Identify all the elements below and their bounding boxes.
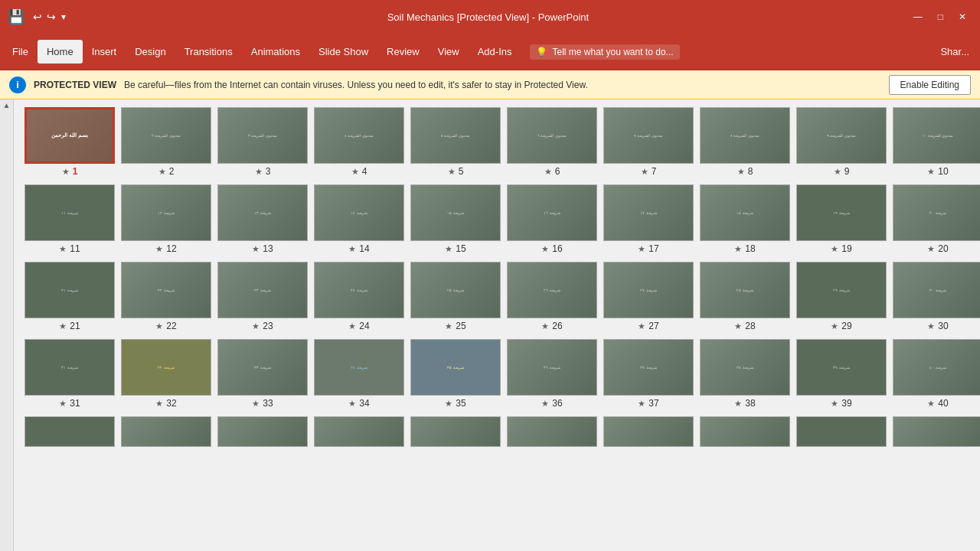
slide-thumb-6[interactable]: محتوى الشريحة ٦ <box>507 107 597 164</box>
slide-item-4[interactable]: محتوى الشريحة ٤ ★ 4 <box>314 107 404 177</box>
close-button[interactable]: ✕ <box>952 10 972 24</box>
slide-thumb-12[interactable]: شريحة ١٢ <box>121 184 211 241</box>
slide-item-48[interactable] <box>700 416 790 447</box>
slide-item-36[interactable]: شريحة ٣٦ ★36 <box>507 339 597 409</box>
scroll-up-arrow[interactable]: ▲ <box>3 101 11 109</box>
slide-thumb-7[interactable]: محتوى الشريحة ٧ <box>603 107 694 164</box>
slide-thumb-13[interactable]: شريحة ١٣ <box>217 184 308 241</box>
slide-item-38[interactable]: شريحة ٣٨ ★38 <box>700 339 790 409</box>
slide-item-17[interactable]: شريحة ١٧ ★17 <box>603 184 694 254</box>
slide-thumb-20[interactable]: شريحة ٢٠ <box>893 184 980 241</box>
slide-row-1: محتوى الشريحة ١٠ ★ 10 محتوى الشريحة ٩ ★ … <box>24 107 972 177</box>
slide-item-11[interactable]: شريحة ١١ ★11 <box>24 184 115 254</box>
enable-editing-button[interactable]: Enable Editing <box>889 75 971 95</box>
slide-thumb-14[interactable]: شريحة ١٤ <box>314 184 404 241</box>
slide-item-26[interactable]: شريحة ٢٦ ★26 <box>507 262 597 331</box>
slide-item-14[interactable]: شريحة ١٤ ★14 <box>314 184 404 254</box>
slide-item-21[interactable]: شريحة ٢١ ★21 <box>24 262 115 331</box>
slide-item-37[interactable]: شريحة ٣٧ ★37 <box>603 339 694 409</box>
slide-item-12[interactable]: شريحة ١٢ ★12 <box>121 184 211 254</box>
slide-item-44[interactable] <box>314 416 404 447</box>
undo-icon[interactable]: ↩ <box>33 11 42 23</box>
slide-item-49[interactable] <box>796 416 887 447</box>
tab-transitions[interactable]: Transitions <box>175 40 242 64</box>
slide-item-39[interactable]: شريحة ٣٩ ★39 <box>796 339 887 409</box>
slide-item-32[interactable]: شريحة ٣٢ ★32 <box>121 339 211 409</box>
slide-row-2: شريحة ٢٠ ★20 شريحة ١٩ ★19 شريحة ١٨ ★18 ش… <box>24 184 972 254</box>
slide-item-41[interactable] <box>24 416 115 447</box>
slide-item-5[interactable]: محتوى الشريحة ٥ ★ 5 <box>410 107 501 177</box>
tab-addins[interactable]: Add-Ins <box>469 40 521 64</box>
slide-thumb-10[interactable]: محتوى الشريحة ١٠ <box>893 107 980 164</box>
slide-item-7[interactable]: محتوى الشريحة ٧ ★ 7 <box>603 107 694 177</box>
slide-item-34[interactable]: شريحة ٣٤ ★34 <box>314 339 404 409</box>
slide-item-43[interactable] <box>217 416 308 447</box>
slide-item-9[interactable]: محتوى الشريحة ٩ ★ 9 <box>796 107 887 177</box>
slide-item-16[interactable]: شريحة ١٦ ★16 <box>507 184 597 254</box>
slide-grid-container[interactable]: محتوى الشريحة ١٠ ★ 10 محتوى الشريحة ٩ ★ … <box>14 99 980 551</box>
slide-item-2[interactable]: محتوى الشريحة ٢ ★ 2 <box>121 107 211 177</box>
slide-item-8[interactable]: محتوى الشريحة ٨ ★ 8 <box>700 107 790 177</box>
slide-item-3[interactable]: محتوى الشريحة ٣ ★ 3 <box>217 107 308 177</box>
slide-star-2: ★ <box>158 167 166 177</box>
slide-thumb-11[interactable]: شريحة ١١ <box>24 184 115 241</box>
tab-slideshow[interactable]: Slide Show <box>309 40 377 64</box>
slide-thumb-3[interactable]: محتوى الشريحة ٣ <box>217 107 308 164</box>
slide-item-27[interactable]: شريحة ٢٧ ★27 <box>603 262 694 331</box>
slide-thumb-2[interactable]: محتوى الشريحة ٢ <box>121 107 211 164</box>
slide-item-45[interactable] <box>410 416 501 447</box>
slide-item-15[interactable]: شريحة ١٥ ★15 <box>410 184 501 254</box>
slide-item-46[interactable] <box>507 416 597 447</box>
tab-animations[interactable]: Animations <box>242 40 309 64</box>
slide-item-47[interactable] <box>603 416 694 447</box>
tab-review[interactable]: Review <box>377 40 429 64</box>
slide-item-1[interactable]: بسم الله الرحمن ★ 1 <box>24 107 115 177</box>
slide-item-28[interactable]: شريحة ٢٨ ★28 <box>700 262 790 331</box>
slide-item-13[interactable]: شريحة ١٣ ★13 <box>217 184 308 254</box>
customize-quick-access-icon[interactable]: ▾ <box>61 11 66 22</box>
slide-item-10[interactable]: محتوى الشريحة ١٠ ★ 10 <box>893 107 980 177</box>
slide-item-25[interactable]: شريحة ٢٥ ★25 <box>410 262 501 331</box>
tab-insert[interactable]: Insert <box>83 40 126 64</box>
slide-thumb-1[interactable]: بسم الله الرحمن <box>24 107 115 164</box>
slide-thumb-18[interactable]: شريحة ١٨ <box>700 184 790 241</box>
slide-item-42[interactable] <box>121 416 211 447</box>
ribbon-search[interactable]: 💡 Tell me what you want to do... <box>530 44 679 60</box>
protected-view-message: Be careful—files from the Internet can c… <box>124 80 881 90</box>
slide-item-20[interactable]: شريحة ٢٠ ★20 <box>893 184 980 254</box>
slide-thumb-5[interactable]: محتوى الشريحة ٥ <box>410 107 501 164</box>
slide-info-6: ★ 6 <box>544 166 560 177</box>
slide-item-18[interactable]: شريحة ١٨ ★18 <box>700 184 790 254</box>
slide-thumb-15[interactable]: شريحة ١٥ <box>410 184 501 241</box>
save-icon[interactable]: 💾 <box>8 8 24 25</box>
slide-thumb-8[interactable]: محتوى الشريحة ٨ <box>700 107 790 164</box>
slide-item-22[interactable]: شريحة ٢٢ ★22 <box>121 262 211 331</box>
slide-item-40[interactable]: شريحة ٤٠ ★40 <box>893 339 980 409</box>
minimize-button[interactable]: — <box>907 10 929 24</box>
tab-file[interactable]: File <box>3 40 38 64</box>
tab-home[interactable]: Home <box>38 40 83 64</box>
slide-item-24[interactable]: شريحة ٢٤ ★24 <box>314 262 404 331</box>
search-placeholder-text: Tell me what you want to do... <box>552 47 673 57</box>
redo-icon[interactable]: ↪ <box>47 11 56 23</box>
maximize-button[interactable]: □ <box>932 10 949 24</box>
slide-thumb-19[interactable]: شريحة ١٩ <box>796 184 887 241</box>
slide-item-35[interactable]: شريحة ٣٥ ★35 <box>410 339 501 409</box>
slide-item-31[interactable]: شريحة ٣١ ★31 <box>24 339 115 409</box>
slide-item-33[interactable]: شريحة ٣٣ ★33 <box>217 339 308 409</box>
tab-view[interactable]: View <box>429 40 469 64</box>
slide-item-19[interactable]: شريحة ١٩ ★19 <box>796 184 887 254</box>
slide-thumb-4[interactable]: محتوى الشريحة ٤ <box>314 107 404 164</box>
slide-number-4: 4 <box>362 166 368 177</box>
slide-item-50[interactable] <box>893 416 980 447</box>
slide-thumb-9[interactable]: محتوى الشريحة ٩ <box>796 107 887 164</box>
share-button[interactable]: Shar... <box>933 43 977 60</box>
tab-design[interactable]: Design <box>126 40 175 64</box>
slide-item-23[interactable]: شريحة ٢٣ ★23 <box>217 262 308 331</box>
slide-thumb-17[interactable]: شريحة ١٧ <box>603 184 694 241</box>
slide-item-6[interactable]: محتوى الشريحة ٦ ★ 6 <box>507 107 597 177</box>
slide-thumb-16[interactable]: شريحة ١٦ <box>507 184 597 241</box>
info-icon: i <box>9 77 26 93</box>
slide-item-30[interactable]: شريحة ٣٠ ★30 <box>893 262 980 331</box>
slide-item-29[interactable]: شريحة ٢٩ ★29 <box>796 262 887 331</box>
